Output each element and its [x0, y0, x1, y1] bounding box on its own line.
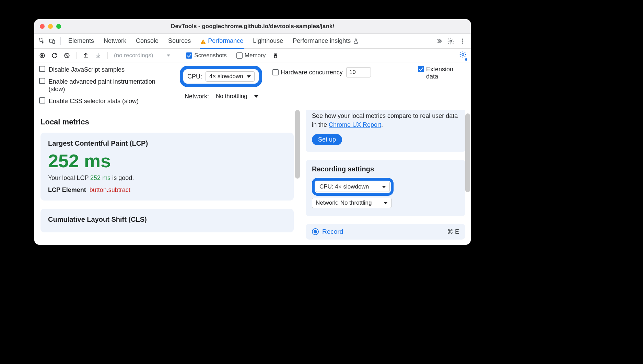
clear-icon[interactable] — [62, 51, 71, 60]
tab-performance[interactable]: Performance — [200, 34, 243, 49]
devtools-window: { "titlebar": { "title": "DevTools - goo… — [34, 19, 471, 245]
tab-console[interactable]: Console — [136, 34, 159, 49]
cpu-throttling-highlight-side: CPU: 4× slowdown — [312, 178, 394, 196]
divider — [107, 52, 108, 59]
scrollbar[interactable] — [465, 113, 470, 192]
enable-paint-instrumentation-checkbox[interactable]: Enable advanced paint instrumentation (s… — [39, 78, 169, 93]
checkbox-label: Memory — [245, 52, 266, 59]
checkbox-icon — [39, 66, 45, 72]
close-window-button[interactable] — [40, 24, 45, 29]
checkbox-icon — [236, 52, 243, 59]
tab-network[interactable]: Network — [104, 34, 126, 49]
tab-label: Network — [104, 37, 126, 45]
tab-label: Performance insights — [293, 37, 351, 45]
kebab-icon[interactable] — [458, 37, 467, 45]
cls-title: Cumulative Layout Shift (CLS) — [48, 216, 286, 223]
checkbox-label: Enable advanced paint instrumentation (s… — [49, 78, 169, 93]
tab-label: Performance — [208, 37, 243, 45]
local-metrics-heading: Local metrics — [40, 118, 294, 126]
checkbox-label: Disable JavaScript samples — [49, 66, 125, 74]
svg-point-8 — [462, 43, 463, 44]
inspect-icon[interactable] — [38, 37, 46, 45]
side-pane: See how your local metrics compare to re… — [300, 110, 471, 245]
lcp-element-value[interactable]: button.subtract — [90, 186, 130, 193]
checkbox-label: Hardware concurrency — [281, 69, 343, 76]
checkbox-icon — [39, 97, 45, 104]
record-icon[interactable] — [38, 51, 47, 60]
lcp-element-label: LCP Element — [48, 186, 86, 193]
more-tabs-icon[interactable] — [434, 37, 444, 45]
tab-label: Lighthouse — [253, 37, 283, 45]
cpu-throttling-select-side[interactable]: CPU: 4× slowdown — [316, 182, 390, 192]
gear-icon[interactable] — [446, 37, 456, 45]
device-toggle-icon[interactable] — [48, 37, 56, 45]
recordings-dropdown[interactable]: (no recordings) — [114, 52, 170, 59]
tab-sources[interactable]: Sources — [168, 34, 191, 49]
minimize-window-button[interactable] — [48, 24, 53, 29]
zoom-window-button[interactable] — [56, 24, 61, 29]
svg-point-6 — [462, 38, 463, 39]
tabs-right-controls — [434, 37, 467, 45]
capture-settings-gear-icon[interactable] — [458, 51, 467, 60]
enable-css-selector-stats-checkbox[interactable]: Enable CSS selector stats (slow) — [39, 97, 169, 105]
metrics-pane: Local metrics Largest Contentful Paint (… — [34, 110, 300, 245]
reload-icon[interactable] — [50, 51, 59, 60]
collect-garbage-icon[interactable] — [271, 51, 280, 60]
divider — [76, 52, 77, 59]
hardware-concurrency-input[interactable] — [346, 67, 371, 77]
record-button[interactable]: Record — [312, 228, 343, 235]
checkbox-label: Extension data — [426, 66, 464, 80]
svg-point-5 — [450, 40, 452, 42]
screenshots-checkbox[interactable]: Screenshots — [186, 52, 227, 59]
extension-data-checkbox[interactable]: Extension data — [418, 66, 464, 80]
network-label: Network: — [185, 93, 209, 100]
cls-card: Cumulative Layout Shift (CLS) — [40, 209, 294, 232]
recording-settings-card: Recording settings CPU: 4× slowdown Netw… — [306, 160, 465, 216]
svg-point-10 — [41, 54, 44, 57]
chevron-down-icon — [254, 95, 258, 98]
scrollbar[interactable] — [295, 110, 300, 179]
warning-icon — [200, 39, 206, 44]
checkbox-icon — [186, 52, 192, 59]
svg-rect-12 — [274, 56, 277, 58]
text: Your local LCP — [48, 174, 90, 181]
svg-rect-3 — [203, 41, 203, 43]
performance-toolbar: (no recordings) Screenshots Memory — [34, 49, 471, 62]
cpu-throttling-select[interactable]: 4× slowdown — [206, 71, 255, 82]
svg-rect-2 — [53, 40, 55, 43]
checkbox-icon — [418, 66, 424, 72]
memory-checkbox[interactable]: Memory — [236, 52, 266, 59]
mac-traffic-lights — [40, 24, 61, 29]
flask-icon — [353, 38, 359, 44]
download-icon[interactable] — [94, 51, 103, 60]
upload-icon[interactable] — [81, 51, 90, 60]
tab-lighthouse[interactable]: Lighthouse — [253, 34, 283, 49]
text: is good. — [110, 174, 134, 181]
panel-tabs: Elements Network Console Sources Perform… — [68, 34, 432, 49]
svg-rect-4 — [203, 43, 203, 44]
lcp-inline-value: 252 ms — [90, 174, 110, 181]
cpu-label: CPU: — [187, 73, 202, 80]
tab-performance-insights[interactable]: Performance insights — [293, 34, 359, 49]
window-title: DevTools - googlechrome.github.io/devtoo… — [34, 23, 471, 30]
checkbox-icon — [39, 78, 45, 84]
svg-point-7 — [462, 40, 463, 41]
hardware-concurrency-checkbox[interactable]: Hardware concurrency — [272, 69, 343, 76]
set-up-button[interactable]: Set up — [312, 134, 342, 145]
cpu-throttling-highlight: CPU: 4× slowdown — [180, 66, 262, 87]
svg-rect-0 — [39, 38, 42, 41]
tab-label: Sources — [168, 37, 191, 45]
chrome-ux-report-link[interactable]: Chrome UX Report — [329, 121, 381, 128]
network-throttling-select[interactable]: No throttling — [212, 91, 262, 101]
text: . — [381, 121, 383, 128]
chevron-down-icon — [167, 54, 170, 57]
record-label: Record — [322, 228, 343, 235]
tab-label: Console — [136, 37, 159, 45]
network-throttling-select-side[interactable]: Network: No throttling — [312, 198, 391, 208]
select-value: CPU: 4× slowdown — [319, 183, 369, 190]
disable-js-samples-checkbox[interactable]: Disable JavaScript samples — [39, 66, 169, 74]
checkbox-icon — [272, 69, 279, 75]
devtools-tabs-row: Elements Network Console Sources Perform… — [34, 34, 471, 49]
tab-elements[interactable]: Elements — [68, 34, 94, 49]
field-data-card: See how your local metrics compare to re… — [306, 110, 465, 152]
